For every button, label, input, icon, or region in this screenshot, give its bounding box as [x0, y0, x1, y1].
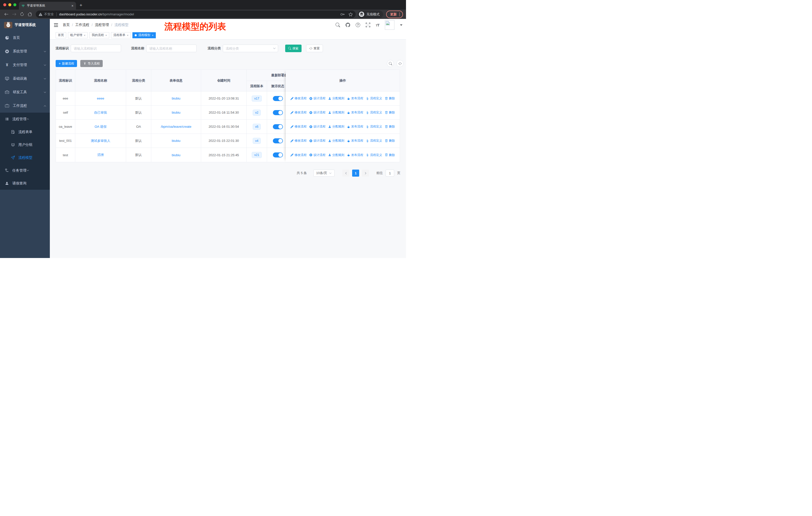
- form-info-link[interactable]: biubiu: [172, 97, 180, 100]
- assign-rule-action[interactable]: 分配规则: [328, 139, 344, 143]
- sidebar-item-workflow[interactable]: 工作流程: [0, 99, 50, 113]
- sidebar-item-user-group[interactable]: 用户分组: [0, 138, 50, 151]
- font-size-icon[interactable]: TT: [376, 23, 379, 27]
- publish-flow-action[interactable]: 发布流程: [347, 110, 363, 115]
- flow-definition-action[interactable]: 流程定义: [366, 139, 382, 143]
- url-bar[interactable]: 不安全 dashboard.yudao.iocoder.cn /bpm/mana…: [36, 10, 356, 18]
- edit-flow-action[interactable]: 修改流程: [290, 110, 307, 115]
- filter-key-input[interactable]: [71, 45, 121, 52]
- assign-rule-action[interactable]: 分配规则: [328, 125, 344, 129]
- publish-flow-action[interactable]: 发布流程: [347, 139, 363, 143]
- active-toggle[interactable]: [273, 124, 283, 129]
- publish-flow-action[interactable]: 发布流程: [347, 125, 363, 129]
- sidebar-item-system[interactable]: 系统管理: [0, 45, 50, 58]
- goto-page-input[interactable]: [386, 169, 394, 176]
- tag-tenant-mgmt[interactable]: 租户管理 ×: [68, 32, 88, 38]
- design-flow-action[interactable]: 设计流程: [309, 153, 325, 157]
- flow-name-link[interactable]: eeee: [97, 97, 104, 100]
- edit-flow-action[interactable]: 修改流程: [290, 153, 307, 157]
- tag-close-icon[interactable]: ×: [105, 34, 107, 37]
- flow-definition-action[interactable]: 流程定义: [366, 153, 382, 157]
- delete-action[interactable]: 删除: [385, 139, 395, 143]
- reload-icon[interactable]: [20, 12, 24, 17]
- edit-flow-action[interactable]: 修改流程: [290, 139, 307, 143]
- tag-my-process[interactable]: 我的流程 ×: [89, 32, 109, 38]
- tag-close-icon[interactable]: ×: [127, 34, 128, 37]
- create-flow-button[interactable]: + 新建流程: [56, 60, 77, 67]
- avatar[interactable]: [385, 20, 395, 30]
- publish-flow-action[interactable]: 发布流程: [347, 96, 363, 101]
- design-flow-action[interactable]: 设计流程: [309, 96, 325, 101]
- filter-name-input[interactable]: [146, 45, 197, 52]
- password-key-icon[interactable]: [341, 12, 345, 17]
- back-icon[interactable]: [4, 12, 8, 17]
- tag-home[interactable]: 首页: [56, 32, 66, 38]
- delete-action[interactable]: 删除: [385, 110, 395, 115]
- browser-menu-icon[interactable]: [399, 12, 400, 16]
- flow-definition-action[interactable]: 流程定义: [366, 125, 382, 129]
- collapse-sidebar-icon[interactable]: [54, 23, 58, 27]
- sidebar-item-leave-query[interactable]: 请假查询: [0, 177, 50, 190]
- flow-definition-action[interactable]: 流程定义: [366, 110, 382, 115]
- tag-process-model[interactable]: 流程模型 ×: [133, 32, 155, 38]
- tab-close-icon[interactable]: ×: [71, 4, 74, 7]
- sidebar-item-devtools[interactable]: 研发工具: [0, 85, 50, 99]
- filter-category-select[interactable]: [223, 45, 278, 52]
- edit-flow-action[interactable]: 修改流程: [290, 96, 307, 101]
- assign-rule-action[interactable]: 分配规则: [328, 96, 344, 101]
- active-toggle[interactable]: [273, 96, 283, 101]
- reset-button[interactable]: 重置: [306, 45, 323, 52]
- show-search-toggle-button[interactable]: [387, 60, 394, 67]
- page-size-select[interactable]: 10条/页: [313, 169, 335, 176]
- sidebar-item-payment[interactable]: ¥ 支付管理: [0, 58, 50, 72]
- tag-close-icon[interactable]: ×: [84, 34, 85, 37]
- sidebar-item-process-model[interactable]: 流程模型: [0, 151, 50, 164]
- update-chip[interactable]: 更新: [386, 10, 403, 18]
- delete-action[interactable]: 删除: [385, 153, 395, 157]
- delete-action[interactable]: 删除: [385, 125, 395, 129]
- breadcrumb-workflow[interactable]: 工作流程: [75, 23, 89, 27]
- sidebar-item-home[interactable]: 首页: [0, 31, 50, 45]
- flow-name-link[interactable]: OA 请假: [95, 125, 107, 129]
- sidebar-item-task-mgmt[interactable]: 任务管理: [0, 164, 50, 177]
- design-flow-action[interactable]: 设计流程: [309, 110, 325, 115]
- breadcrumb-process-mgmt[interactable]: 流程管理: [95, 23, 109, 27]
- sidebar-item-process-mgmt[interactable]: 流程管理: [0, 113, 50, 126]
- forward-icon[interactable]: [12, 12, 17, 17]
- fullscreen-icon[interactable]: [366, 23, 370, 27]
- help-icon[interactable]: [356, 23, 360, 27]
- new-tab-button[interactable]: +: [80, 2, 82, 8]
- update-label[interactable]: 更新: [390, 12, 397, 17]
- form-info-link[interactable]: /bpm/oa/leave/create: [161, 125, 191, 129]
- page-1-button[interactable]: 1: [352, 169, 359, 176]
- form-info-link[interactable]: biubiu: [172, 153, 180, 157]
- publish-flow-action[interactable]: 发布流程: [347, 153, 363, 157]
- active-toggle[interactable]: [273, 153, 283, 158]
- minimize-window-button[interactable]: [8, 3, 11, 6]
- design-flow-action[interactable]: 设计流程: [309, 139, 325, 143]
- search-button[interactable]: 搜索: [285, 45, 301, 52]
- github-icon[interactable]: [346, 23, 350, 27]
- sidebar-item-infra[interactable]: 基础设施: [0, 72, 50, 85]
- search-icon[interactable]: [336, 23, 340, 27]
- maximize-window-button[interactable]: [13, 3, 17, 6]
- active-toggle[interactable]: [273, 110, 283, 115]
- security-warning-icon[interactable]: [39, 12, 42, 16]
- flow-name-link[interactable]: 自己审批: [94, 110, 107, 115]
- bookmark-star-icon[interactable]: [349, 12, 353, 17]
- browser-tab[interactable]: 芋道管理系统 ×: [19, 2, 76, 9]
- form-info-link[interactable]: biubiu: [172, 139, 180, 143]
- tag-process-form[interactable]: 流程表单 ×: [111, 32, 130, 38]
- breadcrumb-home[interactable]: 首页: [63, 23, 70, 27]
- flow-name-link[interactable]: 滔博: [97, 153, 104, 157]
- sidebar-item-process-form[interactable]: 流程表单: [0, 126, 50, 138]
- assign-rule-action[interactable]: 分配规则: [328, 110, 344, 115]
- form-info-link[interactable]: biubiu: [172, 111, 180, 114]
- close-window-button[interactable]: [3, 3, 6, 6]
- delete-action[interactable]: 删除: [385, 96, 395, 101]
- assign-rule-action[interactable]: 分配规则: [328, 153, 344, 157]
- home-icon[interactable]: [28, 12, 32, 17]
- edit-flow-action[interactable]: 修改流程: [290, 125, 307, 129]
- active-toggle[interactable]: [273, 138, 283, 143]
- security-label[interactable]: 不安全: [44, 12, 54, 17]
